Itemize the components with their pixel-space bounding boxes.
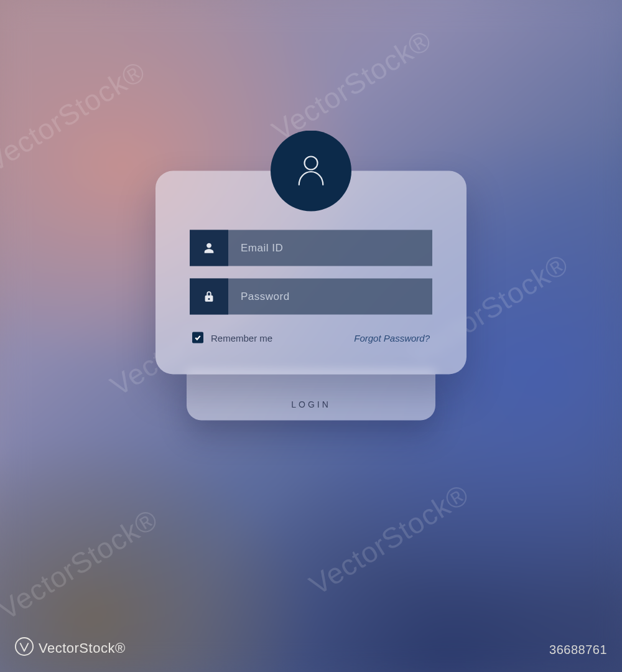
remember-me-toggle[interactable]: Remember me (192, 332, 272, 343)
login-button[interactable]: LOGIN (187, 371, 435, 421)
login-screen: VectorStock® VectorStock® VectorStock® V… (0, 0, 622, 672)
login-button-container: LOGIN (187, 371, 435, 421)
lock-icon (190, 279, 228, 315)
svg-point-1 (16, 638, 33, 655)
avatar-circle (271, 131, 351, 212)
brand-footer: VectorStock® (15, 637, 126, 660)
email-row (190, 230, 432, 266)
login-card-container: Remember me Forgot Password? LOGIN (156, 171, 466, 421)
password-row (190, 279, 432, 315)
email-field[interactable] (228, 230, 432, 266)
brand-logo-icon (15, 637, 34, 660)
svg-point-0 (305, 157, 318, 170)
options-row: Remember me Forgot Password? (190, 332, 432, 343)
password-field[interactable] (228, 279, 432, 315)
login-card: Remember me Forgot Password? (156, 171, 466, 375)
forgot-password-link[interactable]: Forgot Password? (354, 332, 430, 343)
image-id-label: 36688761 (549, 643, 607, 657)
remember-me-label: Remember me (211, 332, 272, 343)
user-icon (294, 152, 328, 190)
checkbox-icon (192, 332, 203, 343)
brand-name: VectorStock® (39, 640, 126, 656)
person-icon (190, 230, 228, 266)
